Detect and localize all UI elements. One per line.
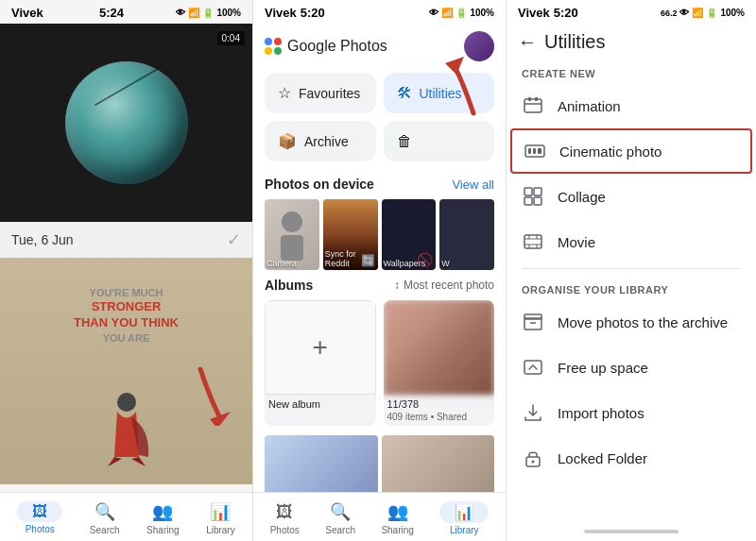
- collage-icon: [522, 185, 544, 208]
- wallpapers-thumb[interactable]: Wallpapers 🚫: [382, 199, 437, 270]
- archive-button[interactable]: 📦 Archive: [265, 121, 376, 161]
- back-button[interactable]: ←: [518, 31, 537, 53]
- locked-folder-item[interactable]: Locked Folder: [507, 435, 756, 481]
- nav-label-sharing-1: Sharing: [146, 525, 179, 535]
- dot-red: [274, 38, 282, 45]
- panel-1: Vivek 5:24 👁 📶 🔋 100% 0:04 Tue, 6 Jun ✓ …: [0, 0, 253, 541]
- collage-item[interactable]: Collage: [507, 174, 756, 219]
- p3-title: Utilities: [544, 31, 605, 53]
- nav-photos-1[interactable]: 🖼 Photos: [17, 501, 62, 534]
- red-arrow-up: [436, 52, 492, 118]
- star-icon: ☆: [278, 84, 291, 102]
- photos-section-title: Photos on device: [265, 177, 374, 192]
- superman-text: YOU'RE MUCH STRONGER THAN YOU THINK YOU …: [74, 286, 179, 345]
- svg-rect-5: [524, 99, 541, 112]
- superman-figure: [103, 391, 150, 470]
- sync-icon: 🔄: [361, 254, 375, 267]
- utilities-icon: 🛠: [397, 85, 412, 102]
- superman-line3: THAN YOU THINK: [74, 315, 179, 331]
- camera-thumb[interactable]: Camera: [265, 199, 319, 270]
- dot-blue: [265, 38, 272, 45]
- signal-icon: 📶: [188, 8, 199, 18]
- albums-title: Albums: [265, 278, 313, 293]
- svg-rect-16: [534, 197, 541, 205]
- svg-point-3: [282, 211, 302, 232]
- nav-label-library-2: Library: [450, 525, 479, 535]
- battery-icon: 🔋: [202, 8, 214, 18]
- dot-green: [274, 47, 282, 55]
- nav-sharing-2[interactable]: 👥 Sharing: [381, 500, 413, 535]
- sort-icon: ↕: [394, 279, 400, 292]
- bottom-mini-row: [253, 435, 506, 497]
- movie-label: Movie: [558, 234, 595, 250]
- animation-label: Animation: [558, 98, 621, 114]
- archive-box-icon: [522, 311, 544, 333]
- nav-label-library-1: Library: [206, 525, 235, 535]
- shared-album-thumb: [384, 300, 495, 395]
- app-title: Google Photos: [287, 38, 387, 55]
- battery-icon-3: 🔋: [706, 8, 717, 18]
- p3-back-header: ← Utilities: [507, 24, 756, 57]
- search-icon-2: 🔍: [329, 500, 352, 523]
- wifi-icon-3: 📶: [692, 8, 703, 18]
- movie-item[interactable]: Movie: [507, 219, 756, 264]
- superman-line2: STRONGER: [74, 299, 179, 315]
- marble-photo: [65, 61, 188, 184]
- nav-photos-2[interactable]: 🖼 Photos: [270, 500, 300, 535]
- animation-item[interactable]: Animation: [507, 83, 756, 128]
- svg-rect-17: [524, 235, 541, 248]
- panel-3: Vivek 5:20 66.2 👁 📶 🔋 100% ← Utilities C…: [507, 0, 756, 541]
- albums-sort[interactable]: ↕ Most recent photo: [394, 279, 494, 292]
- albums-row: + New album 11/378 409 items • Shared: [265, 300, 494, 426]
- photos-icon-2: 🖼: [273, 500, 296, 523]
- nav-label-photos-2: Photos: [270, 525, 300, 535]
- svg-point-29: [532, 461, 535, 464]
- mini-thumb-2[interactable]: [382, 435, 495, 497]
- nav-library-2[interactable]: 📊 Library: [439, 501, 489, 535]
- wifi-icon: 📶: [441, 8, 453, 18]
- nav-search-2[interactable]: 🔍 Search: [325, 500, 355, 535]
- archive-label: Move photos to the archive: [558, 314, 728, 330]
- nav-sharing-1[interactable]: 👥 Sharing: [146, 500, 179, 535]
- svg-rect-12: [538, 148, 541, 154]
- nav-label-sharing-2: Sharing: [381, 525, 413, 535]
- bottom-photo: YOU'RE MUCH STRONGER THAN YOU THINK YOU …: [0, 258, 252, 484]
- plus-icon: +: [313, 332, 328, 363]
- bottom-nav-1: 🖼 Photos 🔍 Search 👥 Sharing 📊 Library: [0, 492, 252, 541]
- favourites-button[interactable]: ☆ Favourites: [265, 73, 376, 113]
- extra-thumb[interactable]: W: [439, 199, 494, 270]
- nav-label-search-1: Search: [90, 525, 120, 535]
- sharing-icon-1: 👥: [151, 500, 174, 523]
- date-label: Tue, 6 Jun: [11, 232, 74, 247]
- nav-library-1[interactable]: 📊 Library: [206, 500, 235, 535]
- lock-icon: [522, 447, 544, 469]
- extra-label: W: [441, 259, 492, 268]
- svg-rect-15: [524, 197, 532, 205]
- home-indicator: [584, 530, 679, 533]
- import-photos-item[interactable]: Import photos: [507, 390, 756, 435]
- nav-search-1[interactable]: 🔍 Search: [90, 500, 120, 535]
- mini-thumb-1[interactable]: [265, 435, 378, 497]
- top-photo: 0:04: [0, 24, 252, 222]
- cinematic-photo-item[interactable]: Cinematic photo: [510, 128, 752, 174]
- delete-button[interactable]: 🗑: [384, 121, 495, 161]
- reddit-thumb[interactable]: Sync for Reddit 🔄: [323, 199, 378, 270]
- svg-rect-25: [524, 314, 541, 319]
- move-to-archive-item[interactable]: Move photos to the archive: [507, 299, 756, 345]
- status-time-1: Vivek: [11, 6, 43, 20]
- status-icons-2: 👁 📶 🔋 100%: [429, 8, 494, 18]
- data-icon: 66.2: [661, 8, 678, 18]
- superman-line1: YOU'RE MUCH: [74, 286, 179, 299]
- google-photos-logo: Google Photos: [265, 38, 387, 55]
- free-up-space-item[interactable]: Free up space: [507, 345, 756, 390]
- shared-album-card[interactable]: 11/378 409 items • Shared: [384, 300, 495, 426]
- view-all-link[interactable]: View all: [452, 178, 494, 192]
- camera-label: Camera: [266, 259, 318, 268]
- locked-folder-label: Locked Folder: [558, 450, 647, 466]
- photos-icon-1: 🖼: [17, 501, 62, 522]
- new-album-card[interactable]: + New album: [265, 300, 376, 426]
- eye-icon-3: 👁: [679, 8, 689, 18]
- animation-icon: [522, 94, 544, 117]
- new-album-thumb: +: [265, 300, 376, 395]
- superman-image: YOU'RE MUCH STRONGER THAN YOU THINK YOU …: [0, 258, 252, 484]
